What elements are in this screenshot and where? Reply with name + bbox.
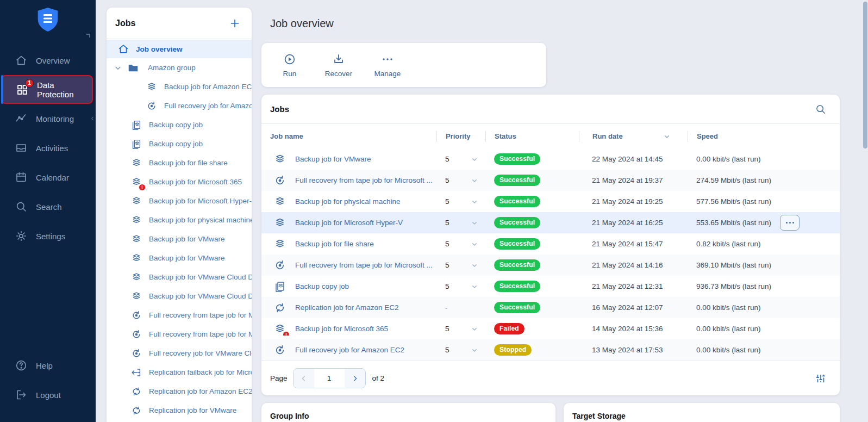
status-cell: Successful <box>485 238 579 250</box>
sidebar-item-overview[interactable]: Overview <box>0 46 96 75</box>
tree-item-full-recovery-from-tape-job-for-micr[interactable]: Full recovery from tape job for Micr <box>107 306 252 325</box>
job-row-full-recovery-job-for-amazon-ec2[interactable]: Full recovery job for Amazon EC25Stopped… <box>261 339 840 361</box>
priority-chevron-down-icon[interactable] <box>470 282 479 291</box>
job-name-link[interactable]: Backup job for physical machine <box>295 197 401 206</box>
tree-item-backup-job-for-microsoft-hyper-v[interactable]: Backup job for Microsoft Hyper-V <box>107 191 252 210</box>
tree-item-label: Full recovery from tape job for Micr <box>149 330 252 338</box>
job-row-backup-job-for-file-share[interactable]: Backup job for file share5Successful21 M… <box>261 233 840 255</box>
tree-item-backup-job-for-vmware-cloud-direc[interactable]: Backup job for VMware Cloud Direc <box>107 287 252 306</box>
recover-button[interactable]: Recover <box>322 53 355 78</box>
tree-item-backup-job-for-microsoft-365[interactable]: !Backup job for Microsoft 365 <box>107 172 252 191</box>
job-name-cell[interactable]: Full recovery job for Amazon EC2 <box>261 344 436 357</box>
job-row-backup-job-for-microsoft-hyper-v[interactable]: Backup job for Microsoft Hyper-V5Success… <box>261 212 840 233</box>
job-name-cell[interactable]: Full recovery from tape job for Microsof… <box>261 259 436 272</box>
job-name-link[interactable]: Backup job for file share <box>295 240 374 248</box>
job-name-cell[interactable]: !Backup job for Microsoft 365 <box>261 322 436 336</box>
next-page-button[interactable] <box>345 369 365 388</box>
job-name-link[interactable]: Backup job for VMware <box>295 155 371 163</box>
column-job-name[interactable]: Job name <box>261 131 436 142</box>
filter-icon[interactable] <box>815 373 827 384</box>
sidebar-item-data-protection[interactable]: 1Data Protection <box>1 75 93 104</box>
sidebar-item-logout[interactable]: Logout <box>0 380 96 409</box>
priority-chevron-down-icon[interactable] <box>470 325 479 333</box>
tree-item-replication-job-for-vmware[interactable]: Replication job for VMware <box>107 401 252 420</box>
sidebar-item-activities[interactable]: Activities <box>0 133 96 163</box>
tree-item-backup-copy-job[interactable]: Backup copy job <box>107 134 252 153</box>
tree-item-backup-job-for-file-share[interactable]: Backup job for file share <box>107 153 252 172</box>
inbox-icon <box>15 141 28 154</box>
sort-chevron-down-icon[interactable] <box>663 132 671 141</box>
sidebar-item-monitoring[interactable]: Monitoring <box>0 104 96 133</box>
priority-chevron-down-icon[interactable] <box>470 261 479 270</box>
job-name-link[interactable]: Backup job for Microsoft Hyper-V <box>295 219 403 227</box>
tree-item-replication-failback-job-for-microsof[interactable]: Replication failback job for Microsof <box>107 363 252 382</box>
tree-item-job-overview[interactable]: Job overview <box>107 40 252 58</box>
job-name-cell[interactable]: Full recovery from tape job for Microsof… <box>261 174 436 187</box>
job-name-cell[interactable]: Backup job for physical machine <box>261 195 436 208</box>
sidebar-collapse-handle[interactable] <box>86 34 90 38</box>
tree-item-label: Backup job for VMware Cloud Direc <box>149 292 252 300</box>
row-actions-button[interactable] <box>780 215 800 231</box>
priority-chevron-down-icon[interactable] <box>470 346 479 355</box>
manage-button[interactable]: Manage <box>371 53 404 78</box>
job-name-link[interactable]: Full recovery job for Amazon EC2 <box>295 346 404 354</box>
job-row-backup-job-for-vmware[interactable]: Backup job for VMware5Successful22 May 2… <box>261 148 840 170</box>
tree-item-full-recovery-from-tape-job-for-micr[interactable]: Full recovery from tape job for Micr <box>107 325 252 344</box>
tree-item-backup-copy-job[interactable]: Backup copy job <box>107 115 252 134</box>
backup-job-icon <box>130 157 142 169</box>
sidebar-item-calendar[interactable]: Calendar <box>0 163 96 192</box>
tree-item-replication-job-for-amazon-ec2[interactable]: Replication job for Amazon EC2 <box>107 382 252 401</box>
job-row-full-recovery-from-tape-job-for-microsoft[interactable]: Full recovery from tape job for Microsof… <box>261 170 840 191</box>
job-name-cell[interactable]: Replication job for Amazon EC2 <box>261 301 436 314</box>
priority-chevron-down-icon[interactable] <box>470 197 479 206</box>
column-speed[interactable]: Speed <box>688 131 840 142</box>
tree-item-backup-job-for-vmware[interactable]: Backup job for VMware <box>107 229 252 249</box>
job-name-cell[interactable]: Backup job for file share <box>261 238 436 251</box>
column-status[interactable]: Status <box>485 131 579 142</box>
priority-chevron-down-icon[interactable] <box>470 219 479 227</box>
page-title: Job overview <box>270 17 334 30</box>
prev-page-button[interactable] <box>294 369 314 388</box>
column-run-date[interactable]: Run date <box>579 131 688 142</box>
priority-chevron-down-icon[interactable] <box>470 155 479 164</box>
manage-icon <box>381 53 394 66</box>
job-row-backup-job-for-physical-machine[interactable]: Backup job for physical machine5Successf… <box>261 191 840 212</box>
priority-chevron-down-icon[interactable] <box>470 176 479 185</box>
vertical-scrollbar-thumb[interactable] <box>863 2 867 148</box>
job-row-backup-copy-job[interactable]: Backup copy job5Successful21 May 2024 at… <box>261 276 840 297</box>
job-name-cell[interactable]: Backup job for VMware <box>261 153 436 166</box>
tree-item-backup-job-for-amazon-ec2[interactable]: Backup job for Amazon EC2 <box>107 77 252 96</box>
sidebar-item-search[interactable]: Search <box>0 192 96 221</box>
job-row-backup-job-for-microsoft-365[interactable]: !Backup job for Microsoft 3655Failed14 M… <box>261 318 840 339</box>
job-name-cell[interactable]: Backup copy job <box>261 280 436 293</box>
job-row-full-recovery-from-tape-job-for-microsoft[interactable]: Full recovery from tape job for Microsof… <box>261 255 840 276</box>
job-name-link[interactable]: Full recovery from tape job for Microsof… <box>295 176 433 184</box>
page-number-input[interactable]: 1 <box>314 374 345 382</box>
chevron-down-icon[interactable] <box>113 63 123 73</box>
status-cell: Failed <box>485 323 579 334</box>
job-name-cell[interactable]: Backup job for Microsoft Hyper-V <box>261 216 436 229</box>
copy-job-icon <box>273 280 286 293</box>
job-name-link[interactable]: Full recovery from tape job for Microsof… <box>295 261 433 269</box>
job-name-link[interactable]: Backup job for Microsoft 365 <box>295 325 388 333</box>
priority-chevron-down-icon[interactable] <box>470 240 479 249</box>
column-priority[interactable]: Priority <box>436 131 485 142</box>
tree-item-amazon-group[interactable]: Amazon group <box>107 58 252 77</box>
job-row-replication-job-for-amazon-ec2[interactable]: Replication job for Amazon EC2-Successfu… <box>261 297 840 318</box>
tree-item-backup-job-for-physical-machine[interactable]: Backup job for physical machine <box>107 210 252 229</box>
tree-item-full-recovery-job-for-vmware-cloud[interactable]: Full recovery job for VMware Cloud <box>107 344 252 363</box>
sidebar-item-help[interactable]: Help <box>0 351 96 380</box>
sidebar-item-settings[interactable]: Settings <box>0 221 96 251</box>
run-button[interactable]: Run <box>273 53 306 78</box>
add-job-button[interactable] <box>229 17 241 29</box>
grid-icon: 1 <box>16 83 29 96</box>
tree-item-backup-job-for-vmware-cloud-direc[interactable]: Backup job for VMware Cloud Direc <box>107 268 252 287</box>
tree-item-backup-job-for-vmware[interactable]: Backup job for VMware <box>107 249 252 268</box>
search-icon[interactable] <box>815 103 827 115</box>
job-name-link[interactable]: Backup copy job <box>295 282 349 290</box>
priority-cell: 5 <box>436 346 485 355</box>
tree-item-full-recovery-job-for-amazon-ec2[interactable]: Full recovery job for Amazon EC2 <box>107 96 252 115</box>
job-name-link[interactable]: Replication job for Amazon EC2 <box>295 303 399 312</box>
collapse-chevron-icon[interactable] <box>90 114 96 123</box>
recovery-job-icon <box>130 328 142 340</box>
